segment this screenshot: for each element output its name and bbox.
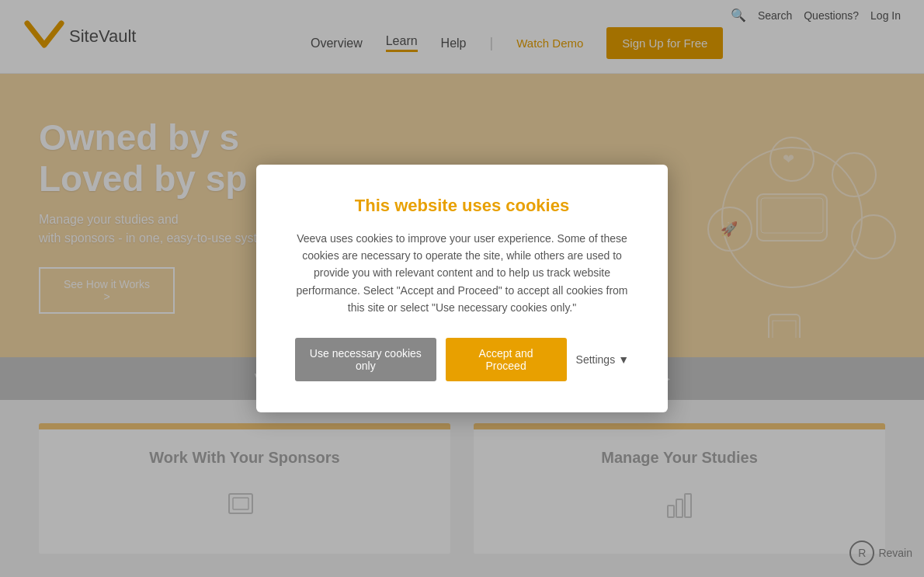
cookie-modal: This website uses cookies Veeva uses coo… — [256, 165, 668, 413]
settings-button[interactable]: Settings ▼ — [576, 353, 629, 366]
cookie-modal-body: Veeva uses cookies to improve your user … — [295, 230, 629, 317]
cookie-modal-title: This website uses cookies — [295, 196, 629, 216]
cookie-modal-buttons: Use necessary cookies only Accept and Pr… — [295, 338, 629, 381]
accept-proceed-button[interactable]: Accept and Proceed — [446, 338, 567, 381]
chevron-down-icon: ▼ — [618, 353, 629, 366]
use-necessary-button[interactable]: Use necessary cookies only — [295, 338, 436, 381]
cookie-overlay: This website uses cookies Veeva uses coo… — [0, 0, 924, 577]
